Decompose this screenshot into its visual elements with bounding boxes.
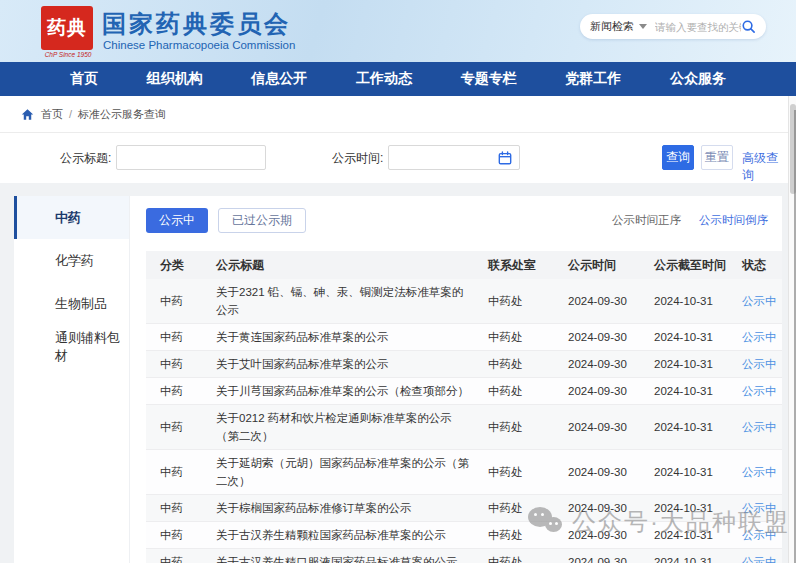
- advanced-search-label: 高级查询: [742, 150, 784, 184]
- nav-item[interactable]: 组织机构: [147, 70, 203, 88]
- status-link[interactable]: 公示中: [742, 358, 777, 370]
- search-category-label: 新闻检索: [590, 19, 634, 34]
- table-row[interactable]: 中药 关于艾叶国家药品标准草案的公示 中药处 2024-09-30 2024-1…: [146, 351, 782, 378]
- cell-title-link[interactable]: 关于延胡索（元胡）国家药品标准草案的公示（第二次）: [202, 454, 474, 490]
- cell-publish-date: 2024-09-30: [554, 382, 640, 400]
- cell-office: 中药处: [474, 553, 554, 563]
- status-link[interactable]: 公示中: [742, 529, 777, 541]
- nav-item[interactable]: 工作动态: [356, 70, 412, 88]
- search-input[interactable]: [655, 21, 741, 33]
- table-row[interactable]: 中药 关于川芎国家药品标准草案的公示（检查项部分） 中药处 2024-09-30…: [146, 378, 782, 405]
- tab-in-publicity[interactable]: 公示中: [146, 208, 208, 233]
- table-body: 中药 关于2321 铅、镉、砷、汞、铜测定法标准草案的公示 中药处 2024-0…: [146, 279, 782, 563]
- table-row[interactable]: 中药 关于2321 铅、镉、砷、汞、铜测定法标准草案的公示 中药处 2024-0…: [146, 279, 782, 324]
- query-button[interactable]: 查询: [662, 145, 694, 170]
- column-title: 公示标题: [202, 256, 474, 274]
- status-link[interactable]: 公示中: [742, 421, 777, 433]
- cell-office: 中药处: [474, 328, 554, 346]
- breadcrumb-separator: /: [69, 108, 72, 120]
- cell-category: 中药: [146, 328, 202, 346]
- cell-category: 中药: [146, 292, 202, 310]
- table-row[interactable]: 中药 关于黄连国家药品标准草案的公示 中药处 2024-09-30 2024-1…: [146, 324, 782, 351]
- status-link[interactable]: 公示中: [742, 502, 777, 514]
- sidebar-item[interactable]: 生物制品: [14, 282, 129, 325]
- cell-deadline: 2024-10-31: [640, 499, 734, 517]
- cell-category: 中药: [146, 355, 202, 373]
- nav-item[interactable]: 党群工作: [565, 70, 621, 88]
- status-link[interactable]: 公示中: [742, 331, 777, 343]
- table-row[interactable]: 中药 关于古汉养生精颗粒国家药品标准草案的公示 中药处 2024-09-30 2…: [146, 522, 782, 549]
- cell-publish-date: 2024-09-30: [554, 292, 640, 310]
- sort-time-ascending[interactable]: 公示时间正序: [612, 213, 681, 228]
- breadcrumb-home-link[interactable]: 首页: [41, 107, 63, 122]
- sort-time-descending[interactable]: 公示时间倒序: [699, 213, 768, 228]
- table-row[interactable]: 中药 关于延胡索（元胡）国家药品标准草案的公示（第二次） 中药处 2024-09…: [146, 450, 782, 495]
- table-header: 分类 公示标题 联系处室 公示时间 公示截至时间 状态: [146, 251, 782, 279]
- nav-item[interactable]: 信息公开: [251, 70, 307, 88]
- nav-item[interactable]: 公众服务: [670, 70, 726, 88]
- cell-office: 中药处: [474, 292, 554, 310]
- site-subtitle: Chinese Pharmacopoeia Commission: [103, 39, 295, 51]
- cell-category: 中药: [146, 382, 202, 400]
- tab-expired-publicity[interactable]: 已过公示期: [218, 208, 306, 233]
- cell-category: 中药: [146, 418, 202, 436]
- seal-caption: ChP Since 1950: [39, 51, 97, 58]
- status-link[interactable]: 公示中: [742, 295, 777, 307]
- home-icon[interactable]: [21, 108, 34, 121]
- table-row[interactable]: 中药 关于棕榈国家药品标准修订草案的公示 中药处 2024-09-30 2024…: [146, 495, 782, 522]
- cell-deadline: 2024-10-31: [640, 553, 734, 563]
- cell-title-link[interactable]: 关于棕榈国家药品标准修订草案的公示: [202, 499, 474, 517]
- nav-item[interactable]: 专题专栏: [461, 70, 517, 88]
- cell-publish-date: 2024-09-30: [554, 553, 640, 563]
- nav-item[interactable]: 首页: [70, 70, 98, 88]
- table-row[interactable]: 中药 关于古汉养生精口服液国家药品标准草案的公示 中药处 2024-09-30 …: [146, 549, 782, 563]
- main-nav: 首页 组织机构 信息公开 工作动态 专题专栏 党群工作 公众服务: [0, 62, 796, 96]
- header-search[interactable]: 新闻检索: [580, 14, 766, 39]
- cell-title-link[interactable]: 关于川芎国家药品标准草案的公示（检查项部分）: [202, 382, 474, 400]
- sidebar-item[interactable]: 中药: [14, 196, 129, 239]
- cell-category: 中药: [146, 463, 202, 481]
- cell-title-link[interactable]: 关于古汉养生精口服液国家药品标准草案的公示: [202, 553, 474, 563]
- cell-title-link[interactable]: 关于0212 药材和饮片检定通则标准草案的公示（第二次）: [202, 409, 474, 445]
- cell-publish-date: 2024-09-30: [554, 328, 640, 346]
- sidebar-item[interactable]: 化学药: [14, 239, 129, 282]
- category-sidebar: 中药 化学药 生物制品 通则辅料包材: [14, 196, 130, 563]
- chevron-down-icon: [639, 24, 647, 29]
- cell-category: 中药: [146, 499, 202, 517]
- cell-office: 中药处: [474, 499, 554, 517]
- cell-deadline: 2024-10-31: [640, 418, 734, 436]
- cell-publish-date: 2024-09-30: [554, 355, 640, 373]
- title-filter-input[interactable]: [116, 145, 266, 170]
- cell-title-link[interactable]: 关于黄连国家药品标准草案的公示: [202, 328, 474, 346]
- cell-publish-date: 2024-09-30: [554, 418, 640, 436]
- table-row[interactable]: 中药 关于0212 药材和饮片检定通则标准草案的公示（第二次） 中药处 2024…: [146, 405, 782, 450]
- page: 药典 ChP Since 1950 国家药典委员会 Chinese Pharma…: [0, 0, 796, 563]
- cell-office: 中药处: [474, 418, 554, 436]
- cell-title-link[interactable]: 关于艾叶国家药品标准草案的公示: [202, 355, 474, 373]
- search-category-dropdown[interactable]: 新闻检索: [590, 19, 647, 34]
- cell-office: 中药处: [474, 382, 554, 400]
- cell-title-link[interactable]: 关于古汉养生精颗粒国家药品标准草案的公示: [202, 526, 474, 544]
- cell-publish-date: 2024-09-30: [554, 526, 640, 544]
- column-category: 分类: [146, 256, 202, 274]
- cell-deadline: 2024-10-31: [640, 355, 734, 373]
- content-panel: 中药 化学药 生物制品 通则辅料包材 公示中 已过公示期 公示时间正序 公示时间…: [14, 196, 782, 563]
- time-filter-label: 公示时间:: [332, 150, 383, 167]
- search-icon[interactable]: [741, 19, 756, 34]
- cell-title-link[interactable]: 关于2321 铅、镉、砷、汞、铜测定法标准草案的公示: [202, 283, 474, 319]
- status-link[interactable]: 公示中: [742, 385, 777, 397]
- cell-office: 中药处: [474, 526, 554, 544]
- column-office: 联系处室: [474, 256, 554, 274]
- status-link[interactable]: 公示中: [742, 556, 777, 563]
- column-status: 状态: [734, 256, 782, 274]
- site-header: 药典 ChP Since 1950 国家药典委员会 Chinese Pharma…: [0, 0, 796, 62]
- cell-category: 中药: [146, 526, 202, 544]
- status-link[interactable]: 公示中: [742, 466, 777, 478]
- cell-deadline: 2024-10-31: [640, 328, 734, 346]
- sidebar-item[interactable]: 通则辅料包材: [14, 325, 129, 368]
- cell-deadline: 2024-10-31: [640, 526, 734, 544]
- calendar-icon[interactable]: [498, 151, 512, 165]
- cell-office: 中药处: [474, 355, 554, 373]
- title-filter-label: 公示标题:: [60, 150, 111, 167]
- reset-button[interactable]: 重置: [701, 145, 733, 170]
